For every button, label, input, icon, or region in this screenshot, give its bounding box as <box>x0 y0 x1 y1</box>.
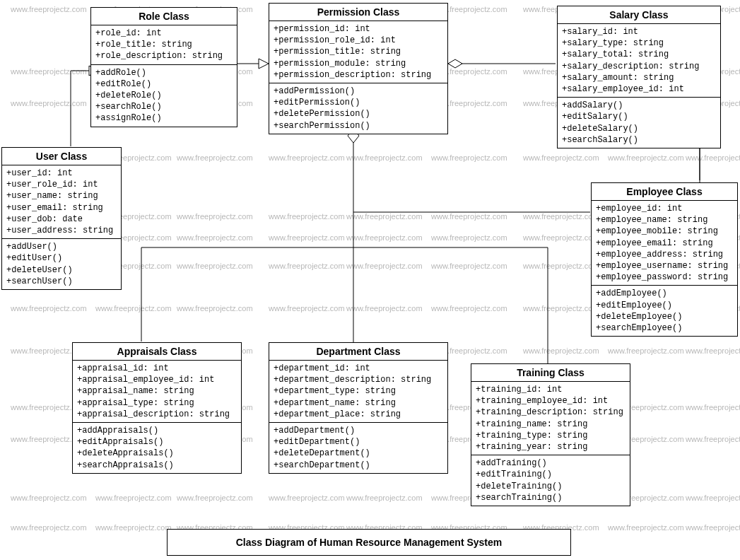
class-member: +permission_description: string <box>274 69 443 81</box>
class-member: +searchRole() <box>95 101 233 112</box>
class-member: +department_id: int <box>274 363 443 374</box>
class-member: +salary_employee_id: int <box>562 83 716 95</box>
watermark-text: www.freeprojectz.com <box>269 494 345 502</box>
class-department-attributes: +department_id: int+department_descripti… <box>269 361 447 423</box>
class-member: +deletePermission() <box>274 108 443 119</box>
class-member: +deleteEmployee() <box>596 311 733 322</box>
watermark-text: www.freeprojectz.com <box>11 494 87 502</box>
class-member: +training_name: string <box>476 419 626 430</box>
watermark-text: www.freeprojectz.com <box>95 494 172 502</box>
class-member: +user_name: string <box>6 190 117 202</box>
class-member: +searchTraining() <box>476 492 626 503</box>
class-member: +appraisal_description: string <box>77 409 237 420</box>
watermark-text: www.freeprojectz.com <box>608 523 684 532</box>
class-member: +deleteRole() <box>95 90 233 101</box>
watermark-text: www.freeprojectz.com <box>686 523 740 532</box>
class-member: +training_id: int <box>476 384 626 395</box>
class-salary-header: Salary Class <box>558 6 720 24</box>
class-member: +editEmployee() <box>596 300 733 311</box>
class-member: +addSalary() <box>562 100 716 111</box>
watermark-text: www.freeprojectz.com <box>11 523 87 532</box>
watermark-text: www.freeprojectz.com <box>95 523 172 532</box>
class-member: +addTraining() <box>476 457 626 469</box>
watermark-text: www.freeprojectz.com <box>686 346 740 355</box>
watermark-text: www.freeprojectz.com <box>95 304 172 313</box>
class-employee-header: Employee Class <box>592 183 737 201</box>
watermark-text: www.freeprojectz.com <box>523 262 599 270</box>
class-member: +user_address: string <box>6 225 117 236</box>
watermark-text: www.freeprojectz.com <box>346 262 423 270</box>
class-member: +department_name: string <box>274 397 443 409</box>
watermark-text: www.freeprojectz.com <box>11 99 87 107</box>
class-permission-header: Permission Class <box>269 4 447 21</box>
class-member: +employee_password: string <box>596 272 733 283</box>
class-member: +salary_total: string <box>562 49 716 60</box>
class-member: +deleteUser() <box>6 264 117 276</box>
class-member: +training_description: string <box>476 407 626 418</box>
svg-marker-4 <box>259 59 269 69</box>
watermark-text: www.freeprojectz.com <box>177 304 253 313</box>
watermark-text: www.freeprojectz.com <box>346 153 423 162</box>
class-member: +addRole() <box>95 67 233 78</box>
class-member: +salary_id: int <box>562 26 716 37</box>
class-member: +addUser() <box>6 241 117 252</box>
watermark-text: www.freeprojectz.com <box>523 346 599 355</box>
class-member: +searchEmployee() <box>596 322 733 334</box>
class-member: +department_place: string <box>274 409 443 420</box>
diagram-title: Class Diagram of Human Resource Manageme… <box>167 529 571 556</box>
watermark-text: www.freeprojectz.com <box>177 262 253 270</box>
class-member: +employee_address: string <box>596 249 733 260</box>
watermark-text: www.freeprojectz.com <box>269 212 345 221</box>
class-member: +training_year: string <box>476 441 626 453</box>
watermark-text: www.freeprojectz.com <box>523 153 599 162</box>
watermark-text: www.freeprojectz.com <box>11 5 87 13</box>
class-member: +employee_mobile: string <box>596 226 733 237</box>
watermark-text: www.freeprojectz.com <box>346 494 423 502</box>
class-user: User Class +user_id: int+user_role_id: i… <box>1 147 122 290</box>
class-member: +appraisal_name: string <box>77 385 237 397</box>
class-member: +addAppraisals() <box>77 425 237 436</box>
watermark-text: www.freeprojectz.com <box>346 212 423 221</box>
class-member: +deleteTraining() <box>476 481 626 492</box>
class-permission-methods: +addPermission()+editPermission()+delete… <box>269 83 447 134</box>
class-member: +employee_username: string <box>596 260 733 272</box>
class-salary-methods: +addSalary()+editSalary()+deleteSalary()… <box>558 98 720 148</box>
class-training-attributes: +training_id: int+training_employee_id: … <box>471 382 630 455</box>
class-user-header: User Class <box>2 148 121 165</box>
class-role-attributes: +role_id: int+role_title: string+role_de… <box>91 25 237 65</box>
class-member: +editUser() <box>6 252 117 264</box>
class-member: +editDepartment() <box>274 436 443 448</box>
class-role-header: Role Class <box>91 8 237 25</box>
watermark-text: www.freeprojectz.com <box>431 233 507 242</box>
class-member: +user_id: int <box>6 168 117 179</box>
class-member: +role_title: string <box>95 39 233 50</box>
class-member: +searchUser() <box>6 276 117 287</box>
class-member: +editTraining() <box>476 469 626 480</box>
watermark-text: www.freeprojectz.com <box>431 262 507 270</box>
watermark-text: www.freeprojectz.com <box>431 212 507 221</box>
class-user-methods: +addUser()+editUser()+deleteUser()+searc… <box>2 239 121 289</box>
class-employee: Employee Class +employee_id: int+employe… <box>591 182 738 337</box>
class-member: +deleteDepartment() <box>274 448 443 459</box>
class-member: +user_role_id: int <box>6 179 117 190</box>
class-member: +training_type: string <box>476 430 626 441</box>
watermark-text: www.freeprojectz.com <box>269 233 345 242</box>
class-permission-attributes: +permission_id: int+permission_role_id: … <box>269 21 447 83</box>
class-member: +editAppraisals() <box>77 436 237 448</box>
class-salary-attributes: +salary_id: int+salary_type: string+sala… <box>558 24 720 98</box>
class-permission: Permission Class +permission_id: int+per… <box>269 3 448 134</box>
class-member: +training_employee_id: int <box>476 395 626 407</box>
watermark-text: www.freeprojectz.com <box>431 153 507 162</box>
class-member: +permission_module: string <box>274 58 443 69</box>
class-role-methods: +addRole()+editRole()+deleteRole()+searc… <box>91 65 237 127</box>
class-training: Training Class +training_id: int+trainin… <box>471 363 630 506</box>
class-salary: Salary Class +salary_id: int+salary_type… <box>557 6 721 148</box>
svg-marker-6 <box>448 59 462 68</box>
class-member: +salary_type: string <box>562 37 716 49</box>
watermark-text: www.freeprojectz.com <box>11 304 87 313</box>
watermark-text: www.freeprojectz.com <box>608 153 684 162</box>
class-member: +searchPermission() <box>274 120 443 132</box>
class-member: +department_description: string <box>274 374 443 385</box>
class-member: +department_type: string <box>274 385 443 397</box>
class-appraisals-methods: +addAppraisals()+editAppraisals()+delete… <box>73 423 241 473</box>
